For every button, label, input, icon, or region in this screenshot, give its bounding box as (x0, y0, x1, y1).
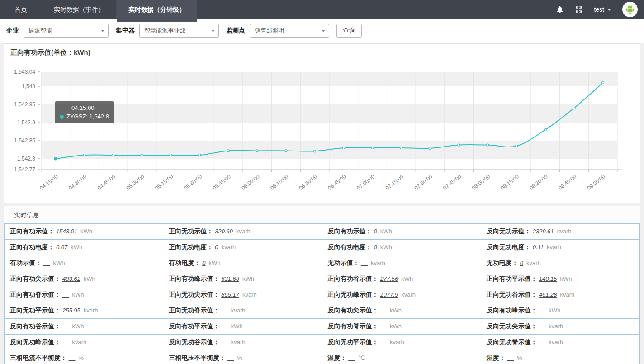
table-cell: 正向无功平示值：255.95kvarh (5, 303, 163, 319)
user-menu[interactable]: test (594, 6, 611, 13)
svg-text:05:15:00: 05:15:00 (154, 173, 175, 191)
table-cell: 反向有功电度：0kWh (322, 240, 481, 255)
cell-label: 反向无功电度： (487, 243, 531, 251)
cell-value: 1077.9 (380, 291, 398, 298)
cell-unit: kvarh (549, 323, 563, 330)
table-row: 正向有功尖示值：493.62kWh正向有功峰示值：631.68kWh正向有功谷示… (5, 271, 640, 287)
cell-value: 277.56 (380, 275, 398, 282)
svg-text:06:45:00: 06:45:00 (327, 173, 347, 191)
cell-unit: kvarh (549, 339, 563, 345)
chart-panel: 正向有功示值(单位：kWh) 1,543.041,5431,542.951,54… (4, 43, 640, 203)
table-row: 正向有功示值：1543.01kWh正向无功示值：320.69kvarh反向有功示… (5, 224, 640, 240)
monitor-point-select[interactable]: 销售部照明 (250, 24, 329, 38)
cell-unit: kWh (84, 275, 95, 282)
table-cell: 反向有功平示值：__kWh (163, 319, 322, 335)
cell-label: 正向无功峰示值： (328, 291, 379, 298)
tab-home[interactable]: 首页 (0, 0, 42, 19)
cell-label: 反向无功示值： (487, 227, 531, 235)
tab-realtime-minute[interactable]: 实时数据（分钟级） (117, 0, 197, 22)
series-dot-icon (60, 115, 64, 119)
svg-text:08:45:00: 08:45:00 (557, 173, 578, 191)
cell-label: 反向有功脊示值： (328, 322, 379, 330)
svg-text:1,542.9: 1,542.9 (17, 119, 35, 126)
svg-text:1,542.95: 1,542.95 (14, 101, 35, 108)
cell-value: 631.68 (221, 275, 239, 282)
cell-label: 三相电流不平衡度： (10, 354, 67, 361)
table-row: 反向无功峰示值：__kvarh反向无功谷示值：__kvarh反向无功平示值：__… (5, 335, 640, 350)
table-cell: 三相电流不平衡度：__% (5, 350, 163, 364)
cell-label: 正向无功平示值： (10, 307, 61, 314)
table-cell: 反向有功谷示值：__kWh (5, 319, 163, 335)
cell-unit: kvarh (84, 307, 98, 314)
concentrator-select[interactable]: 智慧能源事业部 (139, 24, 219, 38)
svg-text:1,543.04: 1,543.04 (14, 69, 35, 75)
table-cell: 正向有功电度：0.07kWh (5, 240, 163, 255)
table-cell: 反向无功电度：0.11kvarh (481, 240, 639, 255)
table-cell: 正向无功峰示值：1077.9kvarh (322, 287, 481, 303)
table-cell: 反向无功示值：2329.61kvarh (481, 224, 639, 240)
table-cell: 反向无功尖示值：__kvarh (481, 319, 639, 335)
table-cell: 有功电度：0kWh (163, 255, 322, 271)
tab-realtime-event[interactable]: 实时数据（事件） (42, 0, 117, 19)
chevron-down-icon (322, 30, 325, 32)
cell-value: __ (221, 307, 227, 314)
cell-label: 反向无功峰示值： (10, 338, 61, 345)
cell-unit: kvarh (231, 307, 246, 314)
svg-text:1,542.77: 1,542.77 (14, 166, 35, 173)
cell-value: __ (539, 339, 545, 345)
cell-label: 反向有功电度： (328, 243, 372, 251)
cell-unit: kvarh (371, 260, 385, 266)
cell-unit: kWh (560, 275, 572, 282)
table-cell: 无功电度：0kvarh (481, 255, 639, 271)
cell-value: 461.28 (539, 291, 557, 298)
cell-unit: kWh (380, 244, 392, 251)
table-cell: 正向无功电度：0kvarh (163, 240, 322, 255)
cell-label: 反向有功峰示值： (487, 307, 537, 314)
table-cell: 湿度：__% (481, 350, 639, 364)
table-row: 反向有功谷示值：__kWh反向有功平示值：__kWh反向有功脊示值：__kWh反… (5, 319, 640, 335)
monitor-point-label: 监测点 (226, 27, 245, 35)
query-button[interactable]: 查询 (336, 24, 362, 38)
enterprise-select[interactable]: 康派智能 (24, 24, 109, 38)
chevron-down-icon (211, 30, 215, 32)
bell-icon[interactable] (556, 5, 564, 14)
cell-value: __ (380, 307, 387, 314)
cell-value: 0 (374, 244, 377, 251)
cell-unit: kvarh (401, 291, 416, 298)
fullscreen-icon[interactable] (575, 5, 583, 14)
cell-unit: kWh (71, 244, 82, 251)
cell-unit: kvarh (526, 260, 541, 266)
svg-text:07:15:00: 07:15:00 (384, 173, 405, 191)
svg-text:07:45:00: 07:45:00 (442, 173, 463, 191)
cell-label: 反向有功示值： (328, 227, 372, 235)
cell-value: __ (62, 323, 69, 330)
cell-unit: kvarh (72, 339, 86, 345)
table-cell: 正向无功谷示值：461.28kvarh (481, 287, 639, 303)
cell-value: __ (227, 355, 234, 361)
concentrator-select-value: 智慧能源事业部 (144, 27, 185, 34)
svg-text:06:15:00: 06:15:00 (269, 173, 290, 191)
line-chart[interactable]: 1,543.041,5431,542.951,542.91,542.851,54… (4, 44, 640, 203)
table-cell: 三相电压不平衡度：__% (163, 350, 322, 364)
avatar[interactable] (622, 2, 638, 17)
chart-tooltip: 04:15:00 ZYGSZ: 1,542.8 (55, 101, 114, 123)
table-cell: 反向无功峰示值：__kvarh (5, 335, 163, 350)
enterprise-select-value: 康派智能 (28, 27, 52, 34)
table-row: 正向无功平示值：255.95kvarh正向无功脊示值：__kvarh反向有功尖示… (5, 303, 640, 319)
cell-label: 正向无功谷示值： (487, 291, 537, 298)
cell-value: 0 (374, 228, 377, 235)
svg-text:1,542.85: 1,542.85 (14, 137, 35, 144)
table-cell: 反向有功峰示值：__kWh (481, 303, 639, 319)
svg-text:05:00:00: 05:00:00 (125, 173, 146, 191)
cell-label: 三相电压不平衡度： (169, 354, 226, 361)
cell-unit: kWh (390, 323, 402, 330)
cell-unit: kvarh (242, 291, 257, 298)
table-cell: 正向无功尖示值：855.17kvarh (163, 287, 322, 303)
cell-label: 正向无功电度： (169, 243, 213, 251)
cell-unit: kvarh (557, 228, 572, 235)
cell-unit: ℃ (358, 355, 365, 361)
cell-label: 有功示值： (10, 259, 42, 266)
table-cell: 反向有功示值：0kWh (322, 224, 481, 240)
cell-value: 255.95 (62, 307, 80, 314)
cell-value: __ (69, 355, 75, 361)
